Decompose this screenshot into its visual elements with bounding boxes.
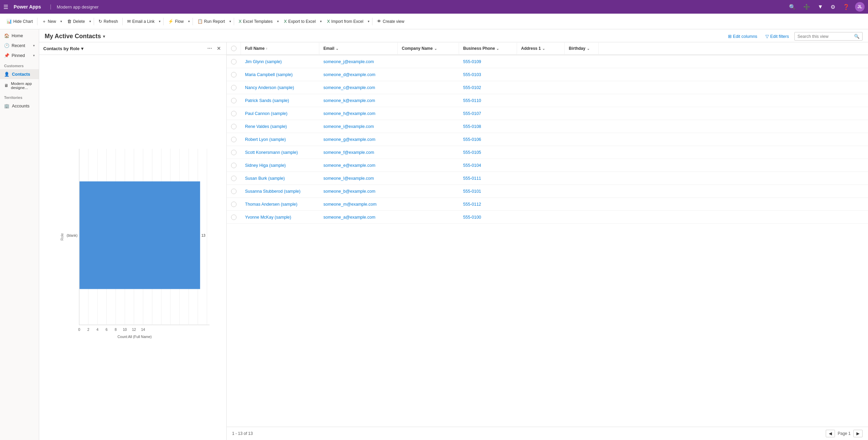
row-select-checkbox[interactable] [231,111,237,116]
email-link-button[interactable]: ✉ Email a Link [124,17,157,26]
run-report-dropdown-arrow[interactable]: ▾ [228,18,232,25]
sidebar-item-pinned[interactable]: 📌 Pinned ▾ [0,50,39,60]
row-select-checkbox[interactable] [231,163,237,168]
view-title[interactable]: My Active Contacts ▾ [45,33,105,40]
chart-title[interactable]: Contacts by Role ▾ [43,46,83,51]
email-cell[interactable]: someone_a@example.com [319,212,398,222]
phone-cell[interactable]: 555-0107 [459,108,517,119]
email-cell[interactable]: someone_l@example.com [319,173,398,184]
fullname-cell[interactable]: Nancy Anderson (sample) [241,83,319,93]
row-select-checkbox[interactable] [231,202,237,207]
row-select-checkbox[interactable] [231,85,237,90]
export-excel-button[interactable]: X Export to Excel [281,17,319,26]
email-cell[interactable]: someone_j@example.com [319,57,398,67]
phone-cell[interactable]: 555-0110 [459,96,517,106]
import-excel-dropdown-arrow[interactable]: ▾ [366,18,371,25]
fullname-cell[interactable]: Jim Glynn (sample) [241,57,319,67]
row-checkbox[interactable] [227,95,241,106]
phone-cell[interactable]: 555-0100 [459,212,517,222]
new-button[interactable]: ＋ New [39,17,59,26]
edit-columns-button[interactable]: ⊞ Edit columns [725,32,760,40]
row-checkbox[interactable] [227,134,241,145]
hide-chart-button[interactable]: 📊 Hide Chart [3,17,36,26]
sidebar-item-contacts[interactable]: 👤 Contacts [0,69,39,79]
fullname-cell[interactable]: Susan Burk (sample) [241,173,319,184]
row-checkbox[interactable] [227,108,241,119]
phone-cell[interactable]: 555-0104 [459,160,517,171]
row-checkbox[interactable] [227,199,241,210]
row-checkbox[interactable] [227,82,241,93]
row-checkbox[interactable] [227,69,241,80]
fullname-cell[interactable]: Rene Valdes (sample) [241,121,319,132]
birthday-column-header[interactable]: Birthday ⌄ [565,43,599,54]
phone-cell[interactable]: 555-0108 [459,121,517,132]
phone-cell[interactable]: 555-0111 [459,173,517,184]
search-magnifier-icon[interactable]: 🔍 [854,34,859,39]
row-checkbox[interactable] [227,147,241,158]
email-cell[interactable]: someone_d@example.com [319,70,398,80]
prev-page-button[interactable]: ◀ [826,430,835,437]
fullname-cell[interactable]: Patrick Sands (sample) [241,96,319,106]
search-input[interactable] [797,34,852,39]
hamburger-menu[interactable]: ☰ [3,4,8,10]
row-checkbox[interactable] [227,212,241,223]
chart-more-options-icon[interactable]: ⋯ [206,45,213,52]
row-select-checkbox[interactable] [231,72,237,77]
sidebar-item-recent[interactable]: 🕐 Recent ▾ [0,41,39,50]
email-cell[interactable]: someone_g@example.com [319,134,398,145]
row-checkbox[interactable] [227,160,241,171]
phone-column-header[interactable]: Business Phone ⌄ [459,43,517,54]
refresh-button[interactable]: ↻ Refresh [95,17,121,26]
run-report-button[interactable]: 📋 Run Report [194,17,228,26]
email-link-dropdown-arrow[interactable]: ▾ [157,18,162,25]
company-column-header[interactable]: Company Name ⌄ [398,43,459,54]
fullname-cell[interactable]: Paul Cannon (sample) [241,108,319,119]
email-cell[interactable]: someone_m@example.com [319,199,398,209]
phone-cell[interactable]: 555-0103 [459,70,517,80]
fullname-cell[interactable]: Scott Konersmann (sample) [241,147,319,158]
phone-cell[interactable]: 555-0102 [459,83,517,93]
row-select-checkbox[interactable] [231,137,237,142]
chart-close-icon[interactable]: ✕ [215,45,222,52]
fullname-cell[interactable]: Robert Lyon (sample) [241,134,319,145]
phone-cell[interactable]: 555-0106 [459,134,517,145]
row-select-checkbox[interactable] [231,176,237,181]
phone-cell[interactable]: 555-0109 [459,57,517,67]
fullname-cell[interactable]: Susanna Stubberod (sample) [241,186,319,196]
phone-cell[interactable]: 555-0112 [459,199,517,209]
row-select-checkbox[interactable] [231,124,237,129]
add-icon[interactable]: ➕ [801,2,812,12]
row-select-checkbox[interactable] [231,150,237,155]
fullname-cell[interactable]: Maria Campbell (sample) [241,70,319,80]
email-cell[interactable]: someone_e@example.com [319,160,398,171]
row-select-checkbox[interactable] [231,98,237,103]
search-box[interactable]: 🔍 [794,32,863,41]
next-page-button[interactable]: ▶ [853,430,863,437]
row-checkbox[interactable] [227,121,241,132]
help-icon[interactable]: ❓ [841,2,852,12]
row-select-checkbox[interactable] [231,215,237,220]
excel-templates-button[interactable]: X Excel Templates [235,17,276,26]
import-excel-button[interactable]: X Import from Excel [324,17,366,26]
row-checkbox[interactable] [227,173,241,184]
select-all-column-header[interactable] [227,42,241,55]
row-select-checkbox[interactable] [231,59,237,64]
chart-bar[interactable] [79,181,200,289]
email-cell[interactable]: someone_f@example.com [319,147,398,158]
flow-dropdown-arrow[interactable]: ▾ [187,18,191,25]
flow-button[interactable]: ⚡ Flow [165,17,186,26]
sidebar-item-accounts[interactable]: 🏢 Accounts [0,101,39,111]
filter-icon[interactable]: ▼ [816,2,825,11]
fullname-column-header[interactable]: Full Name ↑ [241,43,319,54]
new-dropdown-arrow[interactable]: ▾ [59,18,63,25]
sidebar-item-modern-app[interactable]: 🖥 Modern app designe... [0,79,39,92]
email-cell[interactable]: someone_h@example.com [319,108,398,119]
fullname-cell[interactable]: Yvonne McKay (sample) [241,212,319,222]
settings-icon[interactable]: ⚙ [828,2,837,12]
create-view-button[interactable]: 👁 Create view [374,17,407,26]
excel-templates-dropdown-arrow[interactable]: ▾ [276,18,280,25]
delete-dropdown-arrow[interactable]: ▾ [88,18,92,25]
email-cell[interactable]: someone_b@example.com [319,186,398,196]
email-cell[interactable]: someone_k@example.com [319,96,398,106]
edit-filters-button[interactable]: ▽ Edit filters [763,32,792,40]
